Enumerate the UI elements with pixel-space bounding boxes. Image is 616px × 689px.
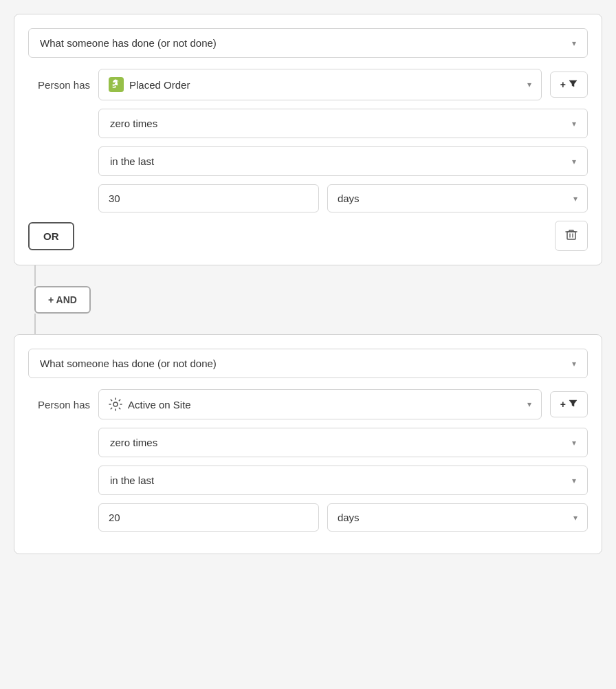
unit-dropdown-1[interactable]: days ▾	[327, 184, 588, 212]
timeframe-dropdown-1[interactable]: in the last ▾	[98, 146, 588, 176]
chevron-down-icon-unit-1: ▾	[573, 194, 578, 204]
svg-text:S: S	[112, 83, 116, 89]
event-label-2: Active on Site	[128, 399, 191, 411]
person-has-row-2: Person has Active on Site ▾ +	[28, 389, 588, 419]
filter-plus-icon-2: +	[560, 399, 566, 410]
filter-funnel-icon-2	[569, 399, 578, 410]
main-event-type-label-2: What someone has done (or not done)	[40, 358, 217, 369]
connector-1: + AND	[14, 265, 602, 334]
main-event-type-dropdown-1[interactable]: What someone has done (or not done) ▾	[28, 28, 588, 58]
main-event-type-label-1: What someone has done (or not done)	[40, 37, 217, 49]
frequency-label-2: zero times	[110, 437, 157, 448]
or-button-1[interactable]: OR	[28, 222, 74, 250]
vertical-line-bottom	[34, 314, 36, 334]
condition-block-2: What someone has done (or not done) ▾ Pe…	[14, 334, 602, 554]
and-button[interactable]: + AND	[34, 286, 91, 314]
chevron-down-icon-event-1: ▾	[527, 80, 531, 89]
chevron-down-icon-1: ▾	[572, 39, 576, 48]
timeframe-label-2: in the last	[110, 474, 154, 486]
person-has-label-2: Person has	[28, 399, 90, 411]
chevron-down-icon-unit-2: ▾	[573, 513, 578, 523]
chevron-down-icon-freq-2: ▾	[572, 438, 576, 448]
chevron-down-icon-2: ▾	[572, 359, 576, 369]
event-dropdown-inner-2: Active on Site	[109, 397, 191, 411]
number-input-1[interactable]	[98, 184, 319, 212]
bottom-row-1: OR	[28, 221, 588, 251]
add-filter-button-1[interactable]: +	[550, 72, 588, 98]
delete-button-1[interactable]	[555, 221, 588, 251]
event-label-1: Placed Order	[129, 79, 190, 91]
number-unit-row-2: days ▾	[98, 503, 588, 532]
filter-funnel-icon	[569, 79, 578, 90]
person-has-row-1: Person has S Placed Order ▾ +	[28, 69, 588, 100]
unit-dropdown-2[interactable]: days ▾	[327, 503, 588, 532]
main-event-type-dropdown-2[interactable]: What someone has done (or not done) ▾	[28, 349, 588, 378]
frequency-dropdown-1[interactable]: zero times ▾	[98, 109, 588, 138]
condition-block-1: What someone has done (or not done) ▾ Pe…	[14, 14, 602, 265]
number-unit-row-1: days ▾	[98, 184, 588, 212]
person-has-label-1: Person has	[28, 79, 90, 91]
timeframe-dropdown-2[interactable]: in the last ▾	[98, 466, 588, 495]
shopify-icon: S	[109, 77, 124, 92]
frequency-dropdown-2[interactable]: zero times ▾	[98, 428, 588, 457]
number-input-2[interactable]	[98, 503, 319, 532]
chevron-down-icon-time-2: ▾	[572, 476, 576, 485]
unit-label-2: days	[338, 512, 360, 523]
chevron-down-icon-time-1: ▾	[572, 157, 576, 166]
event-dropdown-inner-1: S Placed Order	[109, 77, 190, 92]
trash-icon	[565, 228, 578, 243]
gear-icon	[109, 397, 122, 411]
svg-point-3	[113, 402, 118, 406]
timeframe-label-1: in the last	[110, 155, 154, 167]
unit-label-1: days	[338, 193, 360, 204]
chevron-down-icon-event-2: ▾	[527, 400, 531, 409]
svg-rect-2	[567, 232, 575, 239]
vertical-line-top	[34, 265, 36, 286]
event-dropdown-1[interactable]: S Placed Order ▾	[98, 69, 542, 100]
event-dropdown-2[interactable]: Active on Site ▾	[98, 389, 542, 419]
frequency-label-1: zero times	[110, 118, 157, 129]
chevron-down-icon-freq-1: ▾	[572, 119, 576, 129]
filter-plus-icon: +	[560, 79, 566, 90]
add-filter-button-2[interactable]: +	[550, 391, 588, 417]
